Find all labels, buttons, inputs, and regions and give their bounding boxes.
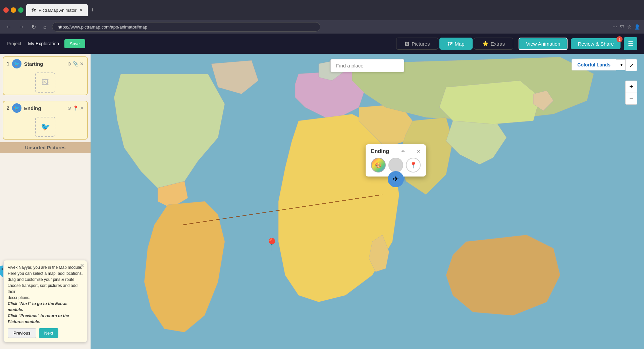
svg-marker-1 — [114, 74, 225, 188]
label-north-pacific: North Pacific — [101, 114, 120, 118]
scene-ending-copy-btn[interactable]: ⊙ — [67, 105, 71, 111]
address-bar-row: ← → ↻ ⌂ ⋯ 🛡 ☆ 👤 — [0, 20, 644, 34]
map-icon: 🗺 — [447, 41, 452, 47]
scene-starting-icon: 🐦 — [12, 59, 21, 68]
unsorted-bar: Unsorted Pictures — [0, 142, 91, 153]
svg-line-16 — [183, 195, 382, 225]
back-btn[interactable]: ← — [4, 22, 13, 31]
tab-bar: 🗺 PictraMap Animator ✕ + — [26, 4, 97, 16]
notification-badge: 1 — [616, 36, 623, 42]
scene-ending-pin-btn[interactable]: 📍 — [73, 105, 78, 111]
browser-chrome: 🗺 PictraMap Animator ✕ + — [0, 0, 644, 20]
map-popup-icons: 🎨 📍 — [371, 158, 421, 172]
project-label: Project: — [7, 41, 22, 46]
location-pin-south-america[interactable]: 📍 — [264, 238, 279, 252]
label-caribbean: CaribbeanSea — [154, 205, 170, 212]
pin-white-icon[interactable] — [388, 158, 403, 172]
svg-marker-7 — [278, 114, 399, 302]
scene-ending-content: 🐦 — [3, 115, 87, 139]
transport-icon[interactable]: ✈ — [388, 171, 404, 187]
tooltip-text: Vivek Nayyar, you are in the Map module.… — [8, 264, 83, 325]
extensions-btn[interactable]: ⋯ — [612, 24, 617, 30]
tab-pictures-label: Pictures — [412, 41, 430, 47]
sea-label-hudson: Hudson Bay — [245, 94, 265, 98]
tooltip-next-button[interactable]: Next — [39, 328, 59, 338]
profile-btn[interactable]: 👤 — [634, 24, 640, 30]
zoom-out-btn[interactable]: − — [625, 93, 637, 105]
home-btn[interactable]: ⌂ — [41, 22, 49, 31]
main-content: 1 🐦 Starting ⊙ 📎 ✕ 🖼 2 🐦 — [0, 54, 644, 349]
forward-btn[interactable]: → — [17, 22, 26, 31]
scene-starting-delete-btn[interactable]: ✕ — [80, 61, 84, 66]
reload-btn[interactable]: ↻ — [30, 22, 38, 32]
browser-actions: ⋯ 🛡 ☆ 👤 — [612, 24, 640, 30]
review-share-button[interactable]: Review & Share — [571, 38, 621, 49]
window-controls — [3, 7, 23, 13]
pin-location-icon[interactable]: 📍 — [406, 158, 421, 172]
tooltip-previous-button[interactable]: Previous — [8, 328, 36, 338]
app-container: Project: My Exploration Save 🖼 Pictures … — [0, 34, 644, 349]
svg-marker-12 — [439, 81, 540, 124]
minimize-window-btn[interactable] — [11, 7, 16, 13]
tab-map[interactable]: 🗺 Map — [439, 38, 472, 50]
project-name: My Exploration — [28, 41, 59, 46]
scene-starting-placeholder: 🖼 — [35, 72, 55, 93]
scene-ending-actions: ⊙ 📍 ✕ — [67, 105, 84, 111]
label-sea-okhotsk: Se...Okhotsk — [483, 91, 495, 98]
map-fullscreen-btn[interactable]: ⤢ — [625, 59, 637, 71]
svg-marker-8 — [359, 104, 413, 148]
scene-starting-copy-btn[interactable]: ⊙ — [67, 61, 71, 66]
ocean-label-south-atlantic: SouthAtlanticOcean — [195, 248, 209, 263]
map-zoom-controls: + − — [625, 81, 637, 105]
svg-marker-5 — [295, 70, 366, 121]
svg-marker-15 — [369, 235, 389, 272]
zoom-in-btn[interactable]: + — [625, 81, 637, 93]
tab-extras[interactable]: ⭐ Extras — [474, 38, 514, 50]
tooltip-message: Vivek Nayyar, you are in the Map module.… — [8, 265, 83, 324]
scene-ending-header: 2 🐦 Ending ⊙ 📍 ✕ — [3, 101, 87, 115]
scene-starting-actions: ⊙ 📎 ✕ — [67, 61, 84, 66]
scene-ending-delete-btn[interactable]: ✕ — [80, 105, 84, 111]
hamburger-menu-btn[interactable]: ☰ — [624, 37, 637, 50]
tooltip-close-btn[interactable]: ✕ — [80, 262, 84, 269]
map-style-label: Colorful Lands — [572, 59, 616, 70]
label-strait: Strait — [107, 97, 115, 101]
address-input[interactable] — [52, 22, 320, 32]
pin-rainbow-icon[interactable]: 🎨 — [371, 158, 386, 172]
map-search-input[interactable] — [330, 59, 404, 72]
maximize-window-btn[interactable] — [18, 7, 23, 13]
tab-close-btn[interactable]: ✕ — [79, 8, 83, 12]
ocean-label-north-atlantic: NorthAtlanticOcean — [195, 128, 209, 143]
tab-favicon: 🗺 — [32, 8, 36, 13]
scene-ending-icon: 🐦 — [12, 103, 21, 113]
map-popup-close-btn[interactable]: ✕ — [417, 149, 421, 154]
tooltip-actions: Previous Next — [8, 328, 83, 338]
bookmark-btn[interactable]: ☆ — [627, 24, 632, 30]
label-bay-bengal: Bay ofBengal — [429, 178, 441, 186]
map-popup-header: Ending ✏ ✕ — [371, 148, 421, 154]
tab-map-label: Map — [454, 41, 464, 47]
map-background-svg — [91, 54, 644, 349]
scene-starting-title: Starting — [24, 61, 65, 67]
active-tab[interactable]: 🗺 PictraMap Animator ✕ — [26, 4, 88, 16]
svg-marker-2 — [211, 60, 258, 94]
tab-title: PictraMap Animator — [39, 8, 76, 13]
label-philippine-sea: PhilippineSea — [456, 117, 472, 126]
view-animation-button[interactable]: View Animation — [519, 38, 568, 50]
svg-rect-0 — [91, 54, 644, 349]
map-style-selector: Colorful Lands ▼ — [572, 59, 627, 70]
tab-pictures[interactable]: 🖼 Pictures — [396, 38, 438, 50]
scene-starting-link-btn[interactable]: 📎 — [73, 61, 78, 66]
pictures-icon: 🖼 — [405, 41, 410, 47]
close-window-btn[interactable] — [3, 7, 9, 13]
shield-icon[interactable]: 🛡 — [620, 24, 625, 30]
scene-ending-placeholder: 🐦 — [35, 117, 55, 137]
map-search-container — [330, 59, 404, 72]
new-tab-btn[interactable]: + — [88, 7, 97, 14]
edit-icon[interactable]: ✏ — [401, 149, 406, 154]
sidebar: 1 🐦 Starting ⊙ 📎 ✕ 🖼 2 🐦 — [0, 54, 91, 349]
unsorted-label: Unsorted Pictures — [25, 145, 66, 150]
map-area[interactable]: NorthAtlanticOcean Hudson Bay Gulf ofMex… — [91, 54, 644, 349]
save-button[interactable]: Save — [64, 39, 85, 48]
ocean-label-indian: IndianOcean — [416, 248, 429, 258]
